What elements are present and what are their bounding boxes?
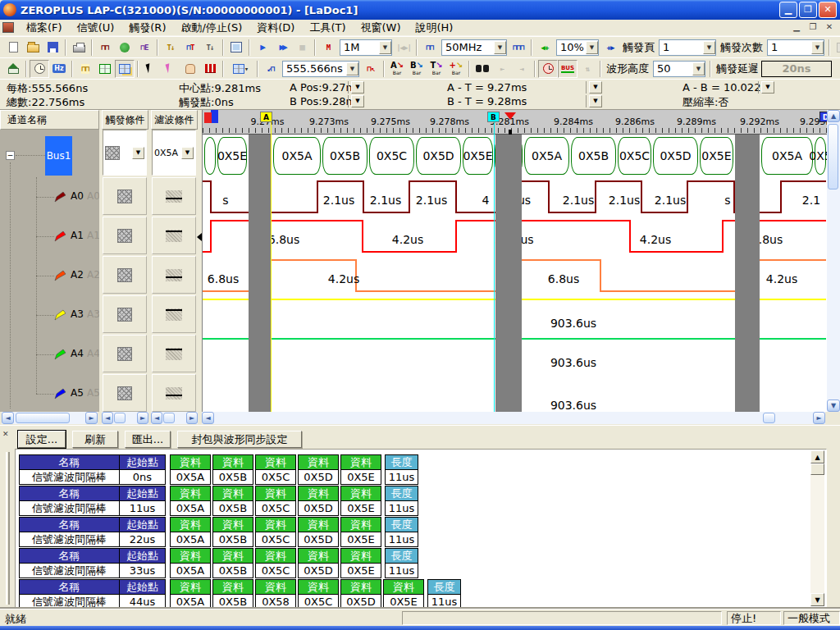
chevron-down-icon[interactable]: ▼ (703, 41, 715, 54)
filter-cell-A3[interactable] (152, 295, 196, 333)
trigger-pos-icon[interactable]: T↓ (200, 39, 220, 57)
trigger-wave-icon[interactable]: ⊓T (180, 39, 200, 57)
menu-item-7[interactable]: 說明(H) (409, 19, 461, 37)
packet-block[interactable]: 名稱起始點資料資料資料資料資料長度信號濾波間隔棒22us0X5A0X5B0X5C… (19, 517, 418, 547)
packet-block[interactable]: 名稱起始點資料資料資料資料資料資料長度信號濾波間隔棒44us0X5A0X5B0X… (19, 579, 461, 608)
t-bar-icon[interactable]: T↘Bar (427, 60, 446, 78)
a-pos-dropdown[interactable]: ▼ (351, 81, 364, 94)
sample-rate-combo[interactable]: 50MHz▼ (441, 39, 507, 56)
trigger-marker-icon[interactable] (504, 112, 516, 120)
trigger-cell-A4[interactable] (103, 335, 147, 372)
menu-item-3[interactable]: 啟動/停止(S) (173, 19, 249, 37)
panel-close-icon[interactable]: ✕ (2, 431, 9, 438)
menu-item-5[interactable]: 工具(T) (302, 19, 353, 37)
trigger-page-combo[interactable]: 1▼ (659, 39, 716, 56)
tree-collapse-icon[interactable]: − (6, 151, 15, 160)
prev-edge-icon[interactable]: ⇤ (492, 60, 512, 78)
listing-view-icon[interactable] (95, 60, 115, 78)
wave-height-combo[interactable]: 50▼ (653, 61, 705, 77)
filter-cell-A4[interactable] (152, 335, 196, 372)
waveform-view-icon[interactable]: ⊓⊓ (75, 60, 95, 78)
splitter-arrow-icon[interactable] (197, 233, 202, 241)
hand-tool-icon[interactable] (180, 60, 200, 78)
packet-list-vscroll[interactable]: ▲ ▼ (810, 450, 824, 606)
packet-sync-button[interactable]: 封包與波形同步設定 (177, 431, 302, 448)
channel-name-A2[interactable]: A2 (71, 269, 84, 281)
bus-edit-icon[interactable]: ⊓E (135, 39, 154, 57)
chevron-down-icon[interactable]: ▼ (811, 41, 824, 54)
split-view-icon[interactable] (115, 60, 135, 78)
chevron-down-icon[interactable]: ▼ (379, 41, 391, 54)
home-icon[interactable] (3, 60, 23, 78)
filter-panel-hscroll[interactable]: ◄ ► (151, 412, 198, 424)
new-file-icon[interactable] (3, 39, 23, 57)
mdi-restore-icon[interactable]: ❐ (806, 21, 820, 34)
noise-filter-icon[interactable] (538, 60, 558, 78)
chevron-down-icon[interactable]: ▼ (346, 62, 358, 75)
bus-trigger-cell[interactable]: ▼ (103, 130, 147, 176)
clock-wave-icon[interactable]: ⊓⊓ (420, 39, 440, 57)
b-minus-t-dropdown[interactable]: ▼ (589, 95, 602, 107)
a-minus-b-dropdown[interactable]: ▼ (761, 81, 774, 94)
stack-window-icon[interactable] (833, 39, 840, 57)
next-edge-icon[interactable]: ⇥ (512, 60, 532, 78)
channel-panel-hscroll[interactable]: ◄ ► (2, 412, 98, 424)
frequency-display-icon[interactable]: Hz (49, 60, 69, 78)
pre-trigger-icon[interactable]: ◀✚ (535, 39, 555, 57)
packet-block[interactable]: 名稱起始點資料資料資料資料資料長度信號濾波間隔棒11us0X5A0X5B0X5C… (19, 486, 418, 516)
channel-name-A1[interactable]: A1 (71, 230, 84, 241)
channel-setup-icon[interactable] (115, 39, 135, 57)
memory-page2-icon[interactable]: |◀▶| (394, 39, 413, 57)
time-ruler[interactable]: 9.27ms9.273ms9.275ms9.278ms9.281ms9.284m… (203, 110, 827, 135)
refresh-button[interactable]: 刷新 (72, 431, 118, 448)
waveform-display[interactable]: 9.27ms9.273ms9.275ms9.278ms9.281ms9.284m… (202, 110, 827, 412)
d-bar-flag[interactable]: D (819, 112, 827, 122)
menu-item-6[interactable]: 視窗(W) (354, 19, 409, 37)
print-icon[interactable] (69, 39, 89, 57)
open-file-icon[interactable] (23, 39, 43, 57)
a-bar-line[interactable] (271, 122, 272, 412)
a-bar-icon[interactable]: A↘Bar (387, 60, 407, 78)
b-bar-icon[interactable]: B↘Bar (407, 60, 427, 78)
time-display-icon[interactable] (30, 60, 49, 78)
close-button[interactable]: ✕ (819, 2, 837, 18)
waveform-mode-dropdown[interactable]: ▾ (226, 60, 254, 78)
b-bar-flag[interactable]: B (487, 112, 500, 122)
bar-chart-icon[interactable] (200, 60, 220, 78)
bus-filter-cell[interactable]: 0X5A ▼ (152, 130, 196, 176)
bus-analyze-icon[interactable]: BUS (558, 60, 578, 78)
memory-depth-combo[interactable]: 1M▼ (340, 39, 392, 56)
a-bar-flag[interactable]: A (260, 112, 272, 122)
chevron-down-icon[interactable]: ▼ (692, 62, 705, 75)
panel-grip[interactable] (6, 452, 10, 605)
find-icon[interactable] (472, 60, 492, 78)
run-icon[interactable]: ▶ (253, 39, 272, 57)
channel-name-A5[interactable]: A5 (71, 387, 84, 399)
menu-item-1[interactable]: 信號(U) (70, 19, 122, 37)
chevron-down-icon[interactable]: ▼ (494, 41, 506, 54)
trigger-ratio-combo[interactable]: 10%▼ (556, 39, 599, 56)
filter-cell-A1[interactable] (152, 217, 196, 254)
chevron-down-icon[interactable]: ▼ (586, 41, 598, 54)
packet-block[interactable]: 名稱起始點資料資料資料資料資料長度信號濾波間隔棒33us0X5A0X5B0X5C… (19, 548, 418, 578)
menu-item-4[interactable]: 資料(D) (249, 19, 302, 37)
mdi-close-icon[interactable]: ✕ (822, 21, 837, 34)
channel-name-A4[interactable]: A4 (71, 348, 84, 359)
settings-button[interactable]: 設定... (18, 431, 66, 448)
bus-name[interactable]: Bus1 (45, 136, 72, 176)
b-bar-line[interactable] (494, 122, 495, 412)
post-trigger-icon[interactable]: ✚▶ (600, 39, 620, 57)
stop-icon[interactable]: ■ (292, 39, 312, 57)
chevron-down-icon[interactable]: ▼ (132, 147, 144, 159)
channel-name-A3[interactable]: A3 (71, 308, 84, 320)
waveform-hscroll[interactable]: ◄ ► (202, 412, 825, 424)
trigger-cell-A0[interactable] (103, 177, 147, 215)
square-wave-icon[interactable]: ⊓⊓⊓ (509, 39, 528, 57)
restore-button[interactable]: ❐ (799, 2, 817, 18)
select-cursor-icon[interactable] (141, 60, 161, 78)
waveform-vscroll[interactable]: ▲ ▼ (827, 110, 840, 412)
save-file-icon[interactable] (43, 39, 62, 57)
trigger-cell-A5[interactable] (103, 374, 147, 412)
module-icon[interactable] (226, 39, 246, 57)
a-minus-t-dropdown[interactable]: ▼ (589, 81, 602, 94)
